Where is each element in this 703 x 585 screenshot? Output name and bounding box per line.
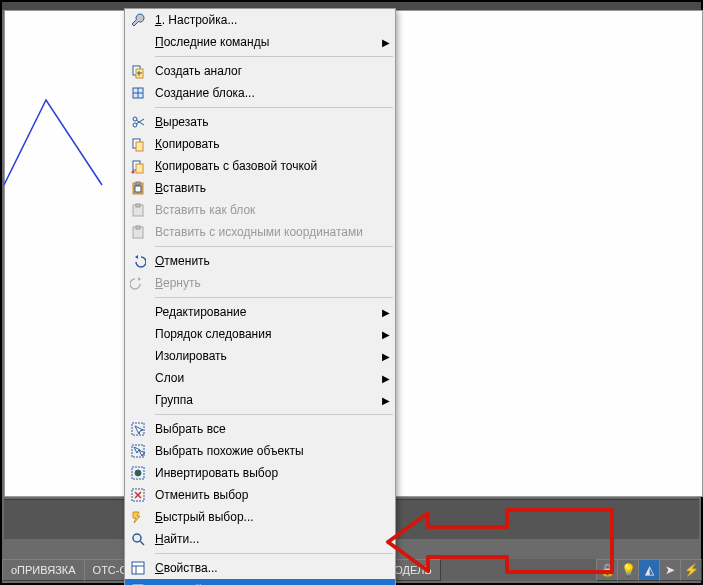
status-flash-icon[interactable]: ⚡ — [680, 559, 702, 581]
menu-item-label: Копировать с базовой точкой — [151, 159, 377, 173]
item-create-block[interactable]: Создание блока... — [125, 82, 395, 104]
menu-item-label: Инвертировать выбор — [151, 466, 377, 480]
menu-item-label: Вставить как блок — [151, 203, 377, 217]
svg-rect-8 — [136, 164, 143, 173]
status-bulb-icon[interactable]: 💡 — [617, 559, 639, 581]
redo-icon — [125, 272, 151, 294]
wrench-icon — [125, 9, 151, 31]
status-lock-icon[interactable]: 🔒 — [596, 559, 618, 581]
menu-item-label: Копировать — [151, 137, 377, 151]
menu-item-label: Редактирование — [151, 305, 377, 319]
menu-item-label: Отменить — [151, 254, 377, 268]
scissors-icon — [125, 111, 151, 133]
deselect-icon — [125, 484, 151, 506]
item-layers[interactable]: Слои▶ — [125, 367, 395, 389]
menu-separator — [155, 297, 393, 298]
menu-separator — [155, 56, 393, 57]
menu-item-label: 1. Настройка... — [151, 13, 377, 27]
item-isolate[interactable]: Изолировать▶ — [125, 345, 395, 367]
svg-rect-11 — [136, 182, 140, 185]
menu-item-label: Создание блока... — [151, 86, 377, 100]
item-copy-basepoint[interactable]: Копировать с базовой точкой — [125, 155, 395, 177]
item-setup-1[interactable]: 1. Настройка... — [125, 9, 395, 31]
menu-item-label: Выбрать похожие объекты — [151, 444, 377, 458]
submenu-arrow-icon: ▶ — [377, 37, 395, 48]
status-spacer — [440, 559, 596, 581]
menu-item-label: Быстрый выбор... — [151, 510, 377, 524]
menu-item-label: Выбрать все — [151, 422, 377, 436]
menu-item-label: Вернуть — [151, 276, 377, 290]
item-group[interactable]: Группа▶ — [125, 389, 395, 411]
block-icon — [125, 82, 151, 104]
item-cut[interactable]: Вырезать — [125, 111, 395, 133]
paste-icon — [125, 177, 151, 199]
context-menu[interactable]: 1. Настройка...Последние команды▶Создать… — [124, 8, 396, 585]
item-undo[interactable]: Отменить — [125, 250, 395, 272]
menu-separator — [155, 107, 393, 108]
select-similar-icon — [125, 440, 151, 462]
item-find[interactable]: Найти... — [125, 528, 395, 550]
copy-plus-icon — [125, 60, 151, 82]
item-select-similar[interactable]: Выбрать похожие объекты — [125, 440, 395, 462]
menu-item-label: Свойства... — [151, 561, 377, 575]
submenu-arrow-icon: ▶ — [377, 351, 395, 362]
svg-rect-14 — [136, 204, 140, 207]
status-osnap-button[interactable]: оПРИВЯЗКА — [2, 559, 85, 581]
item-deselect[interactable]: Отменить выбор — [125, 484, 395, 506]
blank-icon — [125, 389, 151, 411]
menu-separator — [155, 414, 393, 415]
item-recent-commands[interactable]: Последние команды▶ — [125, 31, 395, 53]
menu-item-label: Вставить с исходными координатами — [151, 225, 377, 239]
undo-icon — [125, 250, 151, 272]
item-quick-select[interactable]: Быстрый выбор... — [125, 506, 395, 528]
copy-base-icon — [125, 155, 151, 177]
status-pyramid-icon[interactable]: ◭ — [638, 559, 660, 581]
menu-item-label: Слои — [151, 371, 377, 385]
menu-item-label: Изолировать — [151, 349, 377, 363]
item-settings[interactable]: Настройка... — [125, 579, 395, 585]
find-icon — [125, 528, 151, 550]
svg-rect-6 — [136, 142, 143, 151]
paste-orig-icon — [125, 221, 151, 243]
menu-item-label: Создать аналог — [151, 64, 377, 78]
item-select-all[interactable]: Выбрать все — [125, 418, 395, 440]
item-properties[interactable]: Свойства... — [125, 557, 395, 579]
menu-separator — [155, 246, 393, 247]
properties-icon — [125, 557, 151, 579]
menu-item-label: Отменить выбор — [151, 488, 377, 502]
item-paste[interactable]: Вставить — [125, 177, 395, 199]
submenu-arrow-icon: ▶ — [377, 329, 395, 340]
settings-icon — [125, 579, 151, 585]
submenu-arrow-icon: ▶ — [377, 395, 395, 406]
menu-item-label: Последние команды — [151, 35, 377, 49]
blank-icon — [125, 323, 151, 345]
submenu-arrow-icon: ▶ — [377, 373, 395, 384]
select-all-icon — [125, 418, 151, 440]
menu-separator — [155, 553, 393, 554]
blank-icon — [125, 367, 151, 389]
item-editing[interactable]: Редактирование▶ — [125, 301, 395, 323]
svg-point-9 — [132, 171, 135, 174]
svg-point-22 — [133, 534, 141, 542]
svg-rect-12 — [135, 186, 141, 192]
blank-icon — [125, 301, 151, 323]
app-window: оПРИВЯЗКАОТС-ОБЪЕКТОТС-ПОЛЯРОРТОДИН-ВВОД… — [0, 0, 703, 585]
status-cursor-icon[interactable]: ➤ — [659, 559, 681, 581]
item-invert-selection[interactable]: Инвертировать выбор — [125, 462, 395, 484]
quick-select-icon — [125, 506, 151, 528]
menu-item-label: Вырезать — [151, 115, 377, 129]
item-draw-order[interactable]: Порядок следования▶ — [125, 323, 395, 345]
item-create-analog[interactable]: Создать аналог — [125, 60, 395, 82]
menu-item-label: Группа — [151, 393, 377, 407]
menu-item-label: Найти... — [151, 532, 377, 546]
svg-point-20 — [135, 470, 141, 476]
paste-block-icon — [125, 199, 151, 221]
invert-icon — [125, 462, 151, 484]
polyline-object[interactable] — [4, 70, 144, 190]
menu-item-label: Порядок следования — [151, 327, 377, 341]
item-paste-block: Вставить как блок — [125, 199, 395, 221]
submenu-arrow-icon: ▶ — [377, 307, 395, 318]
item-redo: Вернуть — [125, 272, 395, 294]
item-copy[interactable]: Копировать — [125, 133, 395, 155]
blank-icon — [125, 345, 151, 367]
